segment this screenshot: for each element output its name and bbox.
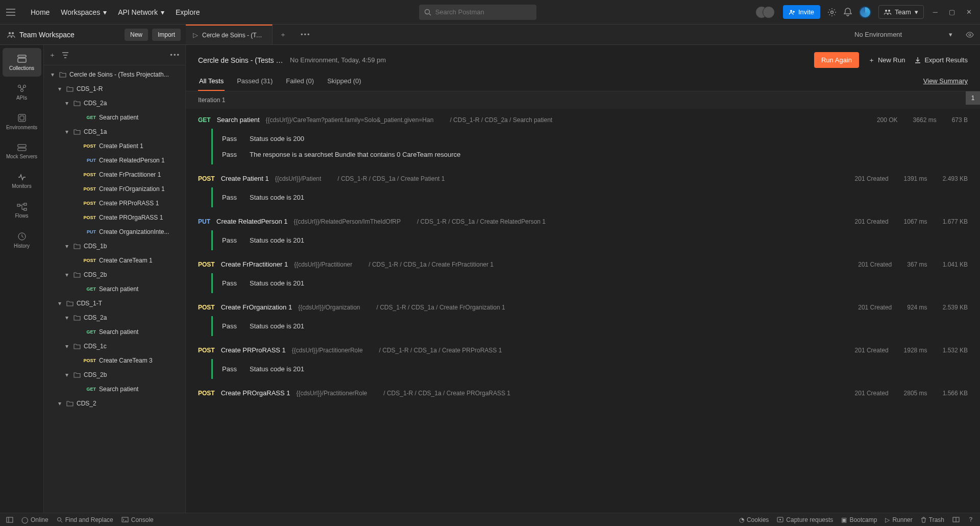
tree-request[interactable]: POSTCreate FrOrganization 1 <box>44 182 185 196</box>
rail-apis[interactable]: APIs <box>3 78 41 106</box>
tree-folder[interactable]: CDS_1a <box>44 125 185 139</box>
new-tab-button[interactable]: ＋ <box>273 30 293 39</box>
filter-icon[interactable] <box>62 52 69 58</box>
response-size: 1.566 KB <box>943 390 968 397</box>
nav-explore[interactable]: Explore <box>176 8 200 16</box>
window-minimize-icon[interactable]: ─ <box>931 6 940 18</box>
tree-request[interactable]: GETSearch patient <box>44 282 185 296</box>
request-path: / CDS_1-R / CDS_1a / Create RelatedPerso… <box>417 218 546 225</box>
tab-skipped[interactable]: Skipped (0) <box>326 73 362 91</box>
two-pane-icon[interactable] <box>952 515 960 524</box>
collections-icon <box>17 54 27 63</box>
export-results-button[interactable]: Export Results <box>914 56 968 64</box>
result-header[interactable]: POSTCreate FrPractitioner 1{{cdsUrl}}/Pr… <box>198 260 968 268</box>
nav-home[interactable]: Home <box>31 8 50 16</box>
find-replace-button[interactable]: Find and Replace <box>57 516 113 523</box>
rail-label: History <box>14 243 30 249</box>
result-header[interactable]: POSTCreate PRProRASS 1{{cdsUrl}}/Practit… <box>198 346 968 354</box>
tree-request[interactable]: POSTCreate PROrgaRASS 1 <box>44 210 185 225</box>
assertion-status: Pass <box>222 151 240 158</box>
notifications-icon[interactable] <box>844 8 852 17</box>
bootcamp-button[interactable]: ▣Bootcamp <box>841 515 877 524</box>
workspace-name[interactable]: Team Workspace <box>19 31 75 39</box>
new-button[interactable]: New <box>125 29 148 41</box>
new-run-button[interactable]: ＋New Run <box>868 56 905 65</box>
tree-request[interactable]: GETSearch patient <box>44 110 185 125</box>
settings-icon[interactable] <box>827 8 837 17</box>
capture-button[interactable]: Capture requests <box>777 515 833 524</box>
sidebar-options-icon[interactable]: ••• <box>170 51 180 59</box>
tree-request[interactable]: POSTCreate Patient 1 <box>44 139 185 153</box>
result-header[interactable]: POSTCreate Patient 1{{cdsUrl}}/Patient/ … <box>198 175 968 182</box>
run-again-button[interactable]: Run Again <box>814 52 859 68</box>
sync-status[interactable]: ◯Online <box>21 516 48 523</box>
tree-folder[interactable]: CDS_2a <box>44 310 185 325</box>
rail-environments[interactable]: Environments <box>3 107 41 136</box>
view-summary-link[interactable]: View Summary <box>923 73 968 91</box>
tree-request[interactable]: POSTCreate CareTeam 3 <box>44 353 185 368</box>
rail-collections[interactable]: Collections <box>3 48 41 77</box>
postman-logo-icon[interactable] <box>859 6 871 18</box>
result-header[interactable]: POSTCreate PROrgaRASS 1{{cdsUrl}}/Practi… <box>198 389 968 397</box>
rail-history[interactable]: History <box>3 226 41 254</box>
rail-label: APIs <box>16 95 27 101</box>
result-header[interactable]: PUTCreate RelatedPerson 1{{cdsUrl}}/Rela… <box>198 218 968 225</box>
environment-dropdown[interactable]: No Environment ▾ <box>847 31 960 38</box>
window-close-icon[interactable]: ✕ <box>964 6 974 18</box>
tree-request[interactable]: GETSearch patient <box>44 382 185 396</box>
tree-label: Cercle de Soins - (Tests Projectath... <box>69 71 169 78</box>
tree-folder[interactable]: CDS_1-T <box>44 296 185 310</box>
open-tab[interactable]: ▷ Cercle de Soins - (Tests P <box>186 25 273 44</box>
tree-folder[interactable]: CDS_1b <box>44 239 185 253</box>
invite-button[interactable]: Invite <box>783 5 820 19</box>
window-maximize-icon[interactable]: ▢ <box>947 6 957 18</box>
cookies-button[interactable]: ◔Cookies <box>739 515 769 524</box>
tree-label: CDS_2a <box>84 100 107 107</box>
result-header[interactable]: GETSearch patient{{cdsUrl}}/CareTeam?pat… <box>198 116 968 124</box>
tab-failed[interactable]: Failed (0) <box>285 73 315 91</box>
tree-request[interactable]: PUTCreate OrganizationInte... <box>44 225 185 239</box>
tree-folder[interactable]: CDS_2 <box>44 396 185 411</box>
environment-quicklook-icon[interactable] <box>960 32 980 38</box>
tree-request[interactable]: POSTCreate FrPractitioner 1 <box>44 168 185 182</box>
tree-folder[interactable]: CDS_2a <box>44 96 185 110</box>
iteration-badge[interactable]: 1 <box>966 91 980 105</box>
tree-folder[interactable]: CDS_2b <box>44 368 185 382</box>
help-icon[interactable]: ？ <box>968 515 974 524</box>
rail-mockservers[interactable]: Mock Servers <box>3 137 41 165</box>
team-dropdown[interactable]: Team ▾ <box>878 5 924 19</box>
chevron-icon <box>56 400 63 407</box>
global-search[interactable] <box>419 5 536 20</box>
create-icon[interactable]: ＋ <box>49 51 56 60</box>
tree-folder[interactable]: Cercle de Soins - (Tests Projectath... <box>44 67 185 82</box>
tree-folder[interactable]: CDS_2b <box>44 268 185 282</box>
tree-folder[interactable]: CDS_1-R <box>44 82 185 96</box>
tab-all-tests[interactable]: All Tests <box>198 73 225 91</box>
result-header[interactable]: POSTCreate FrOrganization 1{{cdsUrl}}/Or… <box>198 303 968 311</box>
runner-button[interactable]: ▷Runner <box>885 515 912 524</box>
tree-request[interactable]: GETSearch patient <box>44 325 185 339</box>
import-button[interactable]: Import <box>152 29 181 41</box>
sidebar-toggle-icon[interactable] <box>6 517 13 523</box>
rail-flows[interactable]: Flows <box>3 196 41 225</box>
nav-api-network[interactable]: API Network▾ <box>118 8 164 16</box>
search-input[interactable] <box>435 8 531 16</box>
nav-workspaces[interactable]: Workspaces▾ <box>61 8 107 16</box>
console-button[interactable]: Console <box>121 516 154 523</box>
tree-request[interactable]: POSTCreate CareTeam 1 <box>44 253 185 268</box>
tab-passed[interactable]: Passed (31) <box>236 73 274 91</box>
team-avatars[interactable] <box>755 6 776 18</box>
request-name: Create FrPractitioner 1 <box>221 260 288 268</box>
method-badge: GET <box>81 286 96 292</box>
tree-folder[interactable]: CDS_1c <box>44 339 185 353</box>
trash-button[interactable]: Trash <box>921 515 944 524</box>
chevron-icon <box>63 100 70 107</box>
hamburger-icon[interactable] <box>6 9 15 16</box>
tree-request[interactable]: PUTCreate RelatedPerson 1 <box>44 153 185 168</box>
tab-options-icon[interactable]: ••• <box>293 31 318 38</box>
console-icon <box>121 517 129 522</box>
rail-monitors[interactable]: Monitors <box>3 166 41 195</box>
method-badge: POST <box>198 347 215 354</box>
result-block: POSTCreate Patient 1{{cdsUrl}}/Patient/ … <box>186 168 980 210</box>
tree-request[interactable]: POSTCreate PRProRASS 1 <box>44 196 185 210</box>
